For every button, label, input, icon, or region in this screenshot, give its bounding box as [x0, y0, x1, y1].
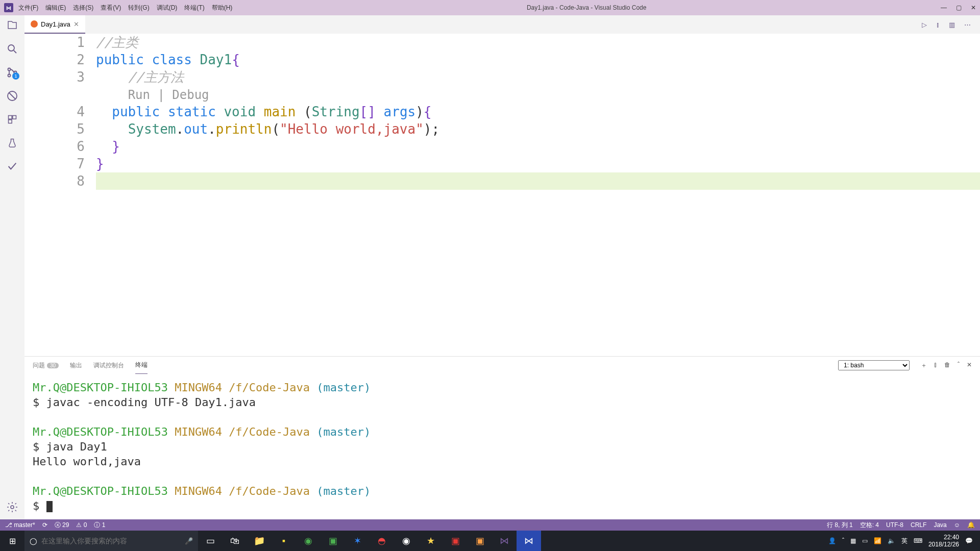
menu-file[interactable]: 文件(F) — [18, 4, 38, 12]
menu-view[interactable]: 查看(V) — [101, 4, 121, 12]
panel-tab-debug-console[interactable]: 调试控制台 — [93, 357, 124, 374]
tray-app-icon[interactable]: ▦ — [850, 537, 856, 544]
status-branch[interactable]: ⎇ master* — [5, 521, 35, 529]
test-icon[interactable] — [6, 137, 18, 149]
ime-icon[interactable]: 英 — [901, 537, 908, 545]
volume-icon[interactable]: 🔈 — [888, 537, 895, 544]
panel-tab-problems[interactable]: 问题 30 — [33, 357, 59, 374]
tab-day1-java[interactable]: Day1.java ✕ — [24, 15, 85, 34]
menu-bar: 文件(F) 编辑(E) 选择(S) 查看(V) 转到(G) 调试(D) 终端(T… — [18, 4, 232, 12]
mic-icon[interactable]: 🎤 — [185, 537, 193, 545]
layout-icon[interactable]: ▥ — [949, 21, 955, 29]
check-icon[interactable] — [6, 160, 18, 172]
terminal-selector[interactable]: 1: bash — [838, 360, 910, 370]
start-button[interactable]: ⊞ — [0, 531, 24, 551]
close-panel-icon[interactable]: ✕ — [967, 361, 972, 370]
taskbar-search[interactable]: ◯ 🎤 — [24, 531, 198, 551]
terminal-content[interactable]: Mr.Q@DESKTOP-IHIOL53 MINGW64 /f/Code-Jav… — [24, 374, 980, 519]
more-actions-icon[interactable]: ⋯ — [964, 21, 971, 29]
status-info[interactable]: ⓘ 1 — [94, 521, 105, 530]
menu-help[interactable]: 帮助(H) — [212, 4, 233, 12]
status-eol[interactable]: CRLF — [911, 521, 926, 530]
window-controls: — ▢ ✕ — [941, 4, 976, 11]
wechat-icon[interactable]: ◉ — [296, 531, 321, 551]
svg-rect-6 — [13, 116, 16, 119]
visual-studio-icon[interactable]: ⋈ — [492, 531, 517, 551]
tab-close-icon[interactable]: ✕ — [74, 20, 79, 28]
source-control-icon[interactable]: 1 — [6, 66, 18, 79]
chrome-icon[interactable]: ◉ — [394, 531, 419, 551]
menu-debug[interactable]: 调试(D) — [157, 4, 178, 12]
minimize-button[interactable]: — — [941, 4, 947, 11]
cortana-icon: ◯ — [30, 537, 37, 545]
svg-point-0 — [8, 45, 14, 51]
wifi-icon[interactable]: 📶 — [874, 537, 881, 544]
editor-tabs: Day1.java ✕ ▷ ⫿ ▥ ⋯ — [24, 15, 980, 34]
status-language[interactable]: Java — [934, 521, 946, 530]
maximize-button[interactable]: ▢ — [956, 4, 962, 11]
task-view-icon[interactable]: ▭ — [198, 531, 223, 551]
settings-gear-icon[interactable] — [6, 501, 18, 513]
file-explorer-icon[interactable]: 📁 — [247, 531, 272, 551]
line-gutter: 12345678 — [24, 34, 96, 356]
taskbar-search-input[interactable] — [41, 537, 181, 545]
search-icon[interactable] — [6, 43, 18, 55]
new-terminal-icon[interactable]: ＋ — [921, 361, 927, 370]
close-button[interactable]: ✕ — [971, 4, 976, 11]
problems-count-badge: 30 — [47, 363, 59, 368]
panel-actions: ＋ ⫿ 🗑 ˆ ✕ — [921, 361, 972, 370]
kill-terminal-icon[interactable]: 🗑 — [944, 361, 950, 370]
maximize-panel-icon[interactable]: ˆ — [958, 361, 960, 370]
windows-taskbar: ⊞ ◯ 🎤 ▭ 🛍 📁 ▪ ◉ ▣ ✶ ◓ ◉ ★ ▣ ▣ ⋈ ⋈ 👤 ˆ ▦ … — [0, 531, 980, 551]
problems-label: 问题 — [33, 361, 45, 370]
code-content[interactable]: //主类public class Day1{ //主方法 Run | Debug… — [96, 34, 980, 356]
svg-rect-5 — [9, 116, 12, 119]
svg-rect-7 — [9, 120, 12, 123]
status-sync-icon[interactable]: ⟳ — [42, 521, 47, 529]
status-bar: ⎇ master* ⟳ ⓧ 29 ⚠ 0 ⓘ 1 行 8, 列 1 空格: 4 … — [0, 519, 980, 531]
panel-tab-output[interactable]: 输出 — [70, 357, 82, 374]
app-blue-icon[interactable]: ✶ — [345, 531, 370, 551]
menu-terminal[interactable]: 终端(T) — [184, 4, 204, 12]
terminal-cursor — [46, 501, 53, 512]
tray-chevron-up-icon[interactable]: ˆ — [842, 537, 844, 544]
vscode-taskbar-icon[interactable]: ⋈ — [517, 531, 541, 551]
status-indent[interactable]: 空格: 4 — [860, 521, 879, 530]
code-editor[interactable]: 12345678 //主类public class Day1{ //主方法 Ru… — [24, 34, 980, 356]
app-green-icon[interactable]: ▣ — [321, 531, 345, 551]
bottom-panel: 问题 30 输出 调试控制台 终端 1: bash ＋ ⫿ 🗑 ˆ ✕ Mr — [24, 356, 980, 519]
system-tray: 👤 ˆ ▦ ▭ 📶 🔈 英 ⌨ 22:40 2018/12/26 💬 — [828, 534, 980, 548]
split-terminal-icon[interactable]: ⫿ — [934, 361, 937, 370]
ime-mode-icon[interactable]: ⌨ — [914, 537, 922, 544]
sticky-notes-icon[interactable]: ▪ — [272, 531, 296, 551]
java-file-icon — [31, 20, 38, 28]
status-line-col[interactable]: 行 8, 列 1 — [827, 521, 853, 530]
menu-goto[interactable]: 转到(G) — [128, 4, 149, 12]
vivaldi-icon[interactable]: ◓ — [370, 531, 394, 551]
taskbar-clock[interactable]: 22:40 2018/12/26 — [928, 534, 959, 548]
adobe-reader-icon[interactable]: ▣ — [443, 531, 468, 551]
editor-actions: ▷ ⫿ ▥ ⋯ — [922, 15, 980, 34]
action-center-icon[interactable]: 💬 — [965, 537, 973, 544]
menu-edit[interactable]: 编辑(E) — [45, 4, 66, 12]
battery-icon[interactable]: ▭ — [862, 537, 868, 544]
explorer-icon[interactable] — [6, 19, 18, 32]
status-bell-icon[interactable]: 🔔 — [967, 521, 975, 530]
extensions-icon[interactable] — [6, 113, 18, 126]
vscode-logo-icon: ⋈ — [4, 3, 13, 12]
run-icon[interactable]: ▷ — [922, 21, 927, 29]
sublime-icon[interactable]: ▣ — [468, 531, 492, 551]
status-warnings[interactable]: ⚠ 0 — [76, 521, 87, 529]
status-errors[interactable]: ⓧ 29 — [55, 521, 69, 530]
status-feedback-icon[interactable]: ☺ — [954, 521, 960, 530]
star-app-icon[interactable]: ★ — [419, 531, 443, 551]
window-titlebar: ⋈ 文件(F) 编辑(E) 选择(S) 查看(V) 转到(G) 调试(D) 终端… — [0, 0, 980, 15]
status-encoding[interactable]: UTF-8 — [886, 521, 903, 530]
people-icon[interactable]: 👤 — [828, 537, 836, 544]
store-icon[interactable]: 🛍 — [223, 531, 247, 551]
clock-time: 22:40 — [928, 534, 959, 541]
panel-tab-terminal[interactable]: 终端 — [135, 357, 148, 374]
split-editor-icon[interactable]: ⫿ — [936, 21, 940, 29]
menu-select[interactable]: 选择(S) — [73, 4, 93, 12]
debug-disabled-icon[interactable] — [6, 90, 18, 102]
